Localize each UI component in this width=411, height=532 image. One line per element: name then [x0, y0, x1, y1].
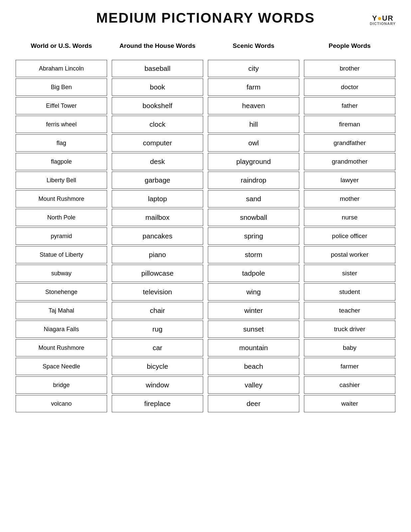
- word-cell: desk: [112, 153, 203, 170]
- word-cell: city: [208, 60, 299, 77]
- word-cell: Liberty Bell: [16, 172, 107, 189]
- word-cell: clock: [112, 116, 203, 133]
- word-cell: beach: [208, 358, 299, 375]
- col-header-2: Around the House Words: [119, 36, 196, 56]
- word-cell: student: [304, 283, 395, 301]
- word-cell: hill: [208, 116, 299, 133]
- word-cell: bridge: [16, 376, 107, 394]
- word-cell: cashier: [304, 376, 395, 394]
- word-cell: computer: [112, 134, 203, 152]
- word-cell: sister: [304, 265, 395, 282]
- word-cell: window: [112, 376, 203, 394]
- word-cell: Space Needle: [16, 358, 107, 375]
- word-cell: rug: [112, 321, 203, 338]
- word-cell: ferris wheel: [16, 116, 107, 133]
- word-cell: Statue of Liberty: [16, 246, 107, 263]
- word-cell: deer: [208, 395, 299, 412]
- word-cell: spring: [208, 227, 299, 245]
- word-cell: flag: [16, 134, 107, 152]
- word-cell: lawyer: [304, 172, 395, 189]
- word-cell: mountain: [208, 339, 299, 356]
- word-cell: subway: [16, 265, 107, 282]
- word-cell: bicycle: [112, 358, 203, 375]
- word-cell: postal worker: [304, 246, 395, 263]
- word-cell: Big Ben: [16, 78, 107, 96]
- word-cell: farm: [208, 78, 299, 96]
- word-cell: storm: [208, 246, 299, 263]
- word-cell: police officer: [304, 227, 395, 245]
- word-cell: pancakes: [112, 227, 203, 245]
- word-cell: waiter: [304, 395, 395, 412]
- word-cell: piano: [112, 246, 203, 263]
- word-cell: Mount Rushmore: [16, 190, 107, 207]
- word-cell: Taj Mahal: [16, 302, 107, 319]
- word-cell: wing: [208, 283, 299, 301]
- page-header: Y●UR DICTIONARY MEDIUM PICTIONARY WORDS: [13, 10, 398, 26]
- word-cell: nurse: [304, 209, 395, 226]
- word-cell: chair: [112, 302, 203, 319]
- word-cell: sand: [208, 190, 299, 207]
- col-header-4: People Words: [329, 36, 370, 56]
- logo-dictionary: DICTIONARY: [370, 22, 396, 26]
- page-title: MEDIUM PICTIONARY WORDS: [13, 10, 398, 26]
- word-cell: valley: [208, 376, 299, 394]
- word-cell: Eiffel Tower: [16, 97, 107, 114]
- word-cell: baby: [304, 339, 395, 356]
- word-cell: winter: [208, 302, 299, 319]
- word-cell: garbage: [112, 172, 203, 189]
- word-cell: grandfather: [304, 134, 395, 152]
- word-cell: brother: [304, 60, 395, 77]
- word-cell: sunset: [208, 321, 299, 338]
- word-cell: pillowcase: [112, 265, 203, 282]
- word-cell: Niagara Falls: [16, 321, 107, 338]
- column-3: Scenic Wordscityfarmheavenhillowlplaygro…: [206, 36, 302, 414]
- word-cell: doctor: [304, 78, 395, 96]
- column-1: World or U.S. WordsAbraham LincolnBig Be…: [13, 36, 109, 414]
- word-cell: laptop: [112, 190, 203, 207]
- column-4: People Wordsbrotherdoctorfatherfiremangr…: [302, 36, 398, 414]
- word-cell: snowball: [208, 209, 299, 226]
- word-cell: pyramid: [16, 227, 107, 245]
- word-cell: North Pole: [16, 209, 107, 226]
- word-cell: heaven: [208, 97, 299, 114]
- word-cell: bookshelf: [112, 97, 203, 114]
- word-cell: tadpole: [208, 265, 299, 282]
- word-cell: mailbox: [112, 209, 203, 226]
- logo: Y●UR DICTIONARY: [368, 10, 398, 30]
- col-header-3: Scenic Words: [233, 36, 274, 56]
- word-cell: grandmother: [304, 153, 395, 170]
- word-cell: Stonehenge: [16, 283, 107, 301]
- word-cell: owl: [208, 134, 299, 152]
- word-cell: car: [112, 339, 203, 356]
- word-cell: farmer: [304, 358, 395, 375]
- word-cell: raindrop: [208, 172, 299, 189]
- word-cell: baseball: [112, 60, 203, 77]
- column-2: Around the House Wordsbaseballbookbooksh…: [109, 36, 206, 414]
- word-cell: playground: [208, 153, 299, 170]
- word-cell: father: [304, 97, 395, 114]
- word-cell: mother: [304, 190, 395, 207]
- word-cell: fireplace: [112, 395, 203, 412]
- word-cell: truck driver: [304, 321, 395, 338]
- word-cell: Mount Rushmore: [16, 339, 107, 356]
- word-cell: book: [112, 78, 203, 96]
- word-cell: television: [112, 283, 203, 301]
- columns-wrapper: World or U.S. WordsAbraham LincolnBig Be…: [13, 36, 398, 414]
- word-cell: flagpole: [16, 153, 107, 170]
- word-cell: fireman: [304, 116, 395, 133]
- word-cell: Abraham Lincoln: [16, 60, 107, 77]
- word-cell: volcano: [16, 395, 107, 412]
- logo-your: Y●UR: [372, 15, 393, 22]
- word-cell: teacher: [304, 302, 395, 319]
- col-header-1: World or U.S. Words: [31, 36, 92, 56]
